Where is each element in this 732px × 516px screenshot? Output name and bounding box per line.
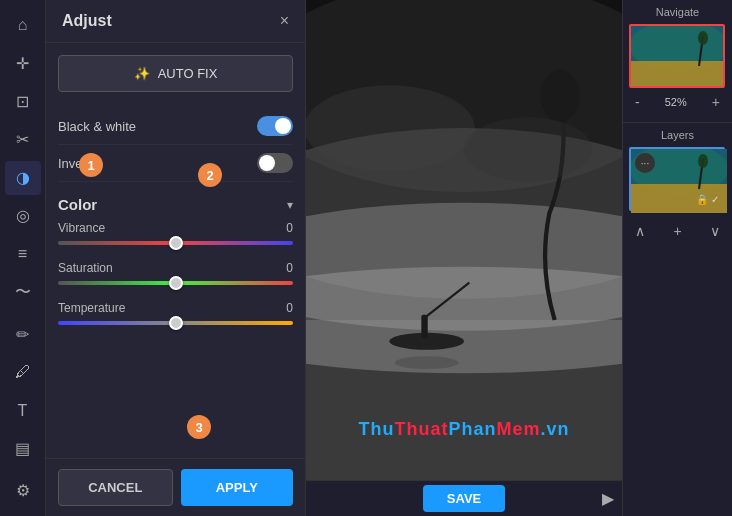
vibrance-slider-row: Vibrance 0 [58,221,293,245]
right-panel: Navigate - 52% + Layers [622,0,732,516]
watermark: ThuThuatPhanMem.vn [358,419,569,440]
nav-thumbnail-svg [631,26,725,88]
left-toolbar: ⌂ ✛ ⊡ ✂ ◑ ◎ ≡ 〜 ✏ 🖊 T ▤ ⚙ [0,0,46,516]
temperature-thumb[interactable] [169,316,183,330]
watermark-vn: .vn [541,419,570,439]
photo-display: ThuThuatPhanMem.vn [306,0,622,480]
vibrance-track[interactable] [58,241,293,245]
auto-fix-icon: ✨ [134,66,150,81]
svg-rect-15 [631,61,725,88]
adjust-panel: Adjust × ✨ AUTO FIX Black & white Invert [46,0,306,516]
panel-header: Adjust × [46,0,305,43]
saturation-thumb[interactable] [169,276,183,290]
svg-rect-10 [421,315,427,338]
saturation-track[interactable] [58,281,293,285]
black-white-toggle[interactable] [257,116,293,136]
layers-title: Layers [629,129,726,141]
saturation-value: 0 [286,261,293,275]
vibrance-thumb[interactable] [169,236,183,250]
main-area: Adjust × ✨ AUTO FIX Black & white Invert [46,0,732,516]
black-white-label: Black & white [58,119,136,134]
watermark-thu: Thu [358,419,394,439]
navigate-section: Navigate - 52% + [623,0,732,123]
navigate-title: Navigate [629,6,726,18]
saturation-header: Saturation 0 [58,261,293,275]
temperature-track[interactable] [58,321,293,325]
zoom-out-button[interactable]: - [631,92,644,112]
canvas-image: ThuThuatPhanMem.vn [306,0,622,480]
move-layer-down-button[interactable]: ∨ [706,221,724,241]
toggle-knob [275,118,291,134]
layers-controls: ∧ + ∨ [629,217,726,245]
svg-point-7 [306,85,475,170]
grid-icon[interactable]: ▤ [5,432,41,466]
pen-icon[interactable]: 🖊 [5,355,41,389]
invert-knob [259,155,275,171]
color-section-header[interactable]: Color ▾ [58,182,293,221]
temperature-header: Temperature 0 [58,301,293,315]
move-icon[interactable]: ✛ [5,46,41,80]
svg-point-8 [464,117,592,181]
invert-toggle[interactable] [257,153,293,173]
canvas-area: ThuThuatPhanMem.vn SAVE ▶ [306,0,622,516]
svg-point-17 [698,31,708,45]
annotation-1: 1 [79,153,103,177]
settings-icon[interactable]: ⚙ [5,474,41,508]
svg-point-22 [698,154,708,168]
navigate-thumbnail [629,24,725,88]
text-icon[interactable]: T [5,394,41,428]
watermark-thuat: Thuat [394,419,448,439]
move-layer-up-button[interactable]: ∧ [631,221,649,241]
annotation-3: 3 [187,415,211,439]
vibrance-label: Vibrance [58,221,105,235]
filter-icon[interactable]: ◎ [5,199,41,233]
temperature-slider-row: Temperature 0 [58,301,293,325]
chevron-down-icon: ▾ [287,198,293,212]
canvas-footer: SAVE ▶ [306,480,622,516]
brush-icon[interactable]: ✏ [5,317,41,351]
save-button[interactable]: SAVE [423,485,505,512]
photo-svg [306,0,622,480]
visibility-icon: ✓ [711,194,719,205]
svg-point-12 [395,356,459,369]
saturation-label: Saturation [58,261,113,275]
expand-icon[interactable]: ▶ [602,489,614,508]
lock-icon: 🔒 [696,194,708,205]
temperature-label: Temperature [58,301,125,315]
apply-button[interactable]: APPLY [181,469,294,506]
home-icon[interactable]: ⌂ [5,8,41,42]
zoom-value: 52% [665,96,687,108]
panel-footer: CANCEL APPLY [46,458,305,516]
crop-icon[interactable]: ⊡ [5,84,41,118]
watermark-mem: Mem [496,419,540,439]
cancel-button[interactable]: CANCEL [58,469,173,506]
svg-rect-5 [306,320,622,480]
layer-menu-button[interactable]: ··· [635,153,655,173]
layer-icons: 🔒 ✓ [696,194,719,205]
auto-fix-label: AUTO FIX [158,66,218,81]
vibrance-header: Vibrance 0 [58,221,293,235]
close-icon[interactable]: × [280,12,289,30]
layers-icon[interactable]: ≡ [5,237,41,271]
panel-title: Adjust [62,12,112,30]
zoom-in-button[interactable]: + [708,92,724,112]
auto-fix-button[interactable]: ✨ AUTO FIX [58,55,293,92]
saturation-slider-row: Saturation 0 [58,261,293,285]
wave-icon[interactable]: 〜 [5,275,41,309]
color-section-title: Color [58,196,97,213]
watermark-phan: Phan [448,419,496,439]
temperature-value: 0 [286,301,293,315]
annotation-2: 2 [198,163,222,187]
black-white-row: Black & white [58,108,293,145]
scissors-icon[interactable]: ✂ [5,122,41,156]
layers-section: Layers ··· 🔒 ✓ ∧ + ∨ [623,123,732,516]
add-layer-button[interactable]: + [669,221,685,241]
vibrance-value: 0 [286,221,293,235]
navigate-controls: - 52% + [629,88,726,116]
layer-item[interactable]: ··· 🔒 ✓ [629,147,725,211]
panel-content: ✨ AUTO FIX Black & white Invert Color [46,43,305,458]
svg-point-6 [541,69,579,122]
adjust-icon[interactable]: ◑ [5,161,41,195]
